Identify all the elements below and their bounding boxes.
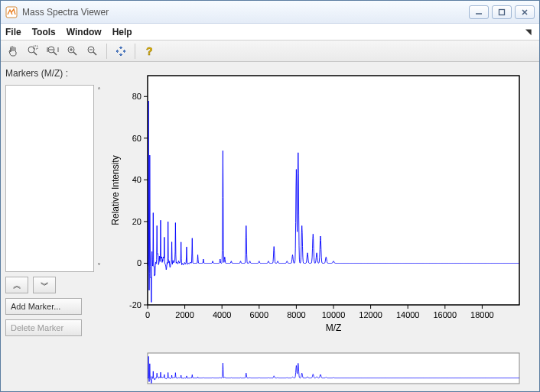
zoom-region-icon[interactable] xyxy=(24,43,42,60)
svg-rect-53 xyxy=(148,353,519,384)
window-title: Mass Spectra Viewer xyxy=(22,7,469,18)
scroll-up-icon[interactable]: ˄ xyxy=(97,86,101,95)
close-button[interactable] xyxy=(515,5,535,19)
svg-text:2000: 2000 xyxy=(175,310,194,319)
svg-text:14000: 14000 xyxy=(396,310,420,319)
toolbar-divider xyxy=(135,44,135,59)
move-marker-down-button[interactable]: ︾ xyxy=(33,277,56,293)
titlebar: Mass Spectra Viewer xyxy=(1,1,539,24)
svg-rect-2 xyxy=(499,9,505,15)
menubar: File Tools Window Help ◥ xyxy=(1,24,539,40)
svg-text:6000: 6000 xyxy=(250,310,268,319)
markers-label: Markers (M/Z) : xyxy=(5,68,103,79)
svg-point-3 xyxy=(28,47,34,53)
svg-text:Relative Intensity: Relative Intensity xyxy=(110,155,121,225)
main-plot[interactable]: 0200040006000800010000120001400016000180… xyxy=(108,68,532,347)
add-marker-button[interactable]: Add Marker... xyxy=(5,298,82,315)
svg-text:60: 60 xyxy=(132,134,142,143)
reset-view-icon[interactable] xyxy=(112,43,130,60)
svg-line-10 xyxy=(73,52,76,55)
scroll-down-icon[interactable]: ˅ xyxy=(97,262,101,271)
svg-text:80: 80 xyxy=(132,92,142,101)
svg-text:16000: 16000 xyxy=(434,310,457,319)
delete-marker-button[interactable]: Delete Marker xyxy=(5,319,82,336)
menu-window[interactable]: Window xyxy=(67,27,102,37)
svg-text:0: 0 xyxy=(137,258,142,267)
svg-text:4000: 4000 xyxy=(213,310,231,319)
svg-text:12000: 12000 xyxy=(359,310,382,319)
menu-help[interactable]: Help xyxy=(112,27,132,37)
zoom-out-icon[interactable] xyxy=(83,43,102,60)
sidebar: Markers (M/Z) : ˄ ˅ ︽ ︾ Add Marker... De… xyxy=(1,62,108,391)
toolbar-divider xyxy=(106,44,107,59)
svg-line-14 xyxy=(93,52,96,55)
svg-line-4 xyxy=(34,52,37,55)
svg-text:0: 0 xyxy=(145,310,150,319)
svg-text:-20: -20 xyxy=(129,300,142,309)
zoom-out-horiz-icon[interactable] xyxy=(44,43,62,60)
app-icon xyxy=(5,6,18,18)
svg-text:20: 20 xyxy=(132,217,142,226)
overview-plot[interactable] xyxy=(108,352,532,385)
svg-text:?: ? xyxy=(146,45,153,57)
dock-icon[interactable]: ◥ xyxy=(525,28,535,36)
help-icon[interactable]: ? xyxy=(140,43,158,60)
menu-file[interactable]: File xyxy=(5,27,21,37)
svg-rect-17 xyxy=(148,76,519,305)
svg-line-7 xyxy=(54,52,57,55)
svg-text:18000: 18000 xyxy=(470,310,494,319)
maximize-button[interactable] xyxy=(492,5,512,19)
menu-tools[interactable]: Tools xyxy=(32,27,56,37)
pan-icon[interactable] xyxy=(4,43,22,60)
svg-text:M/Z: M/Z xyxy=(326,322,342,333)
minimize-button[interactable] xyxy=(469,5,489,19)
svg-text:8000: 8000 xyxy=(287,310,305,319)
zoom-in-icon[interactable] xyxy=(63,43,82,60)
svg-text:40: 40 xyxy=(132,175,142,184)
toolbar: ? xyxy=(1,40,539,62)
markers-listbox[interactable] xyxy=(5,85,94,272)
svg-text:10000: 10000 xyxy=(322,310,346,319)
move-marker-up-button[interactable]: ︽ xyxy=(5,277,28,293)
listbox-scrollbar[interactable]: ˄ ˅ xyxy=(94,85,103,272)
